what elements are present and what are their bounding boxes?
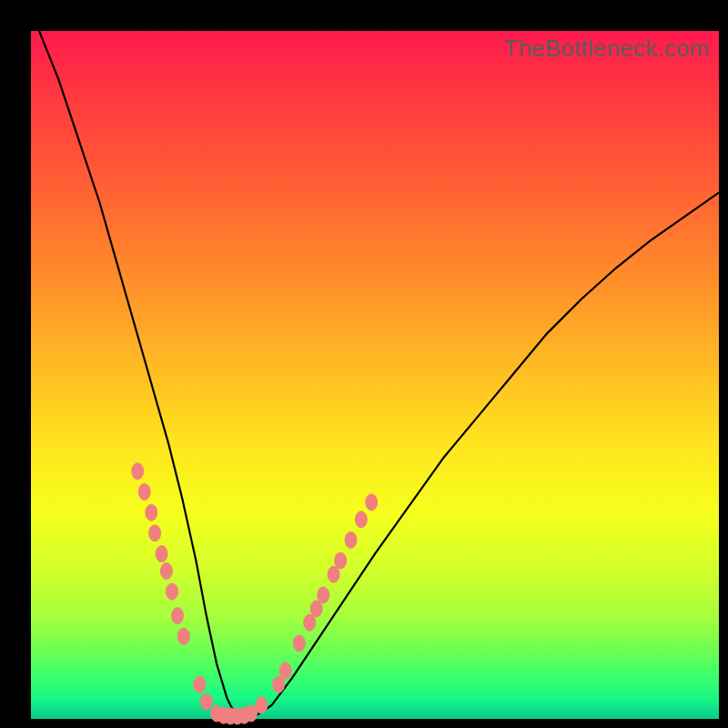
marker-point (279, 662, 291, 679)
marker-point (245, 705, 257, 722)
marker-point (167, 583, 178, 600)
marker-point (177, 628, 189, 644)
marker-point (160, 563, 172, 580)
marker-point (293, 635, 305, 652)
marker-point (345, 531, 357, 548)
highlight-markers (132, 463, 378, 724)
watermark-text: TheBottleneck.com (504, 35, 710, 63)
marker-point (273, 676, 285, 693)
marker-point (146, 504, 157, 521)
chart-frame: TheBottleneck.com (0, 0, 728, 728)
marker-point (304, 614, 316, 631)
marker-point (318, 587, 329, 603)
marker-point (132, 463, 144, 480)
marker-point (172, 608, 184, 624)
bottleneck-curve (31, 10, 719, 719)
marker-point (194, 676, 206, 693)
plot-area: TheBottleneck.com (31, 31, 719, 719)
marker-point (335, 552, 347, 569)
chart-svg (31, 31, 719, 719)
marker-point (149, 525, 161, 541)
marker-point (138, 484, 150, 500)
marker-point (328, 566, 339, 582)
marker-point (156, 546, 167, 562)
marker-point (366, 494, 378, 511)
marker-point (256, 697, 268, 713)
marker-point (200, 693, 212, 710)
marker-point (310, 601, 322, 617)
marker-point (355, 511, 367, 528)
